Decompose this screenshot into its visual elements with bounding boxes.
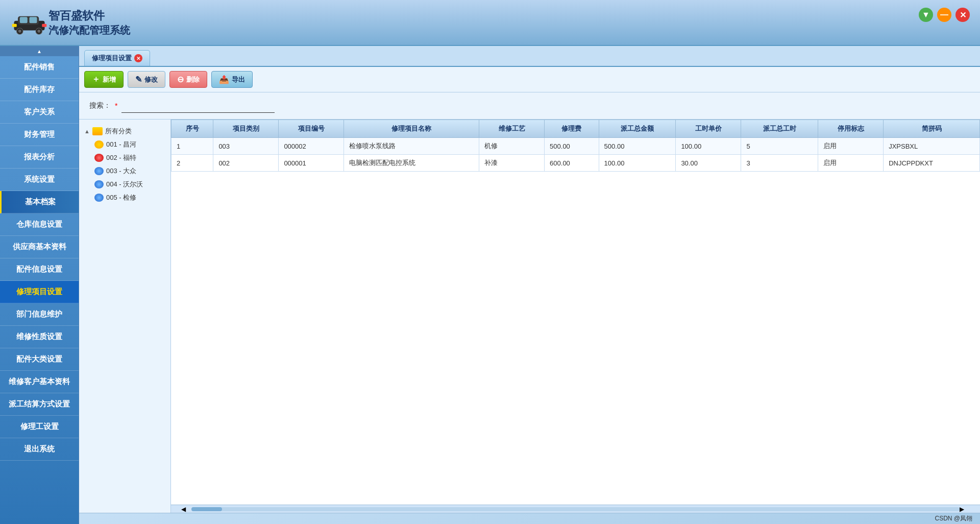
scroll-left-btn[interactable]: ◀ xyxy=(181,506,191,513)
cell-dispatch_total-1: 100.00 xyxy=(599,155,676,172)
add-icon: ＋ xyxy=(92,74,100,85)
tree-children: 001 - 昌河 002 - 福特 003 - 大众 004 - 沃尔沃 xyxy=(94,138,165,204)
main-layout: ▲ 配件销售 配件库存 客户关系 财务管理 报表分析 系统设置 基本档案 仓库信… xyxy=(0,46,980,524)
cell-dispatch_hours-0: 5 xyxy=(741,138,818,155)
col-category: 项目类别 xyxy=(213,120,279,138)
app-title: 智百盛软件 汽修汽配管理系统 xyxy=(48,8,130,37)
sidebar-item-basic[interactable]: 基本档案 xyxy=(0,191,79,213)
sidebar-item-supplier[interactable]: 供应商基本资料 xyxy=(0,236,79,258)
cell-dispatch_total-0: 500.00 xyxy=(599,138,676,155)
svg-rect-8 xyxy=(12,23,17,27)
sidebar-item-dispatch-pay[interactable]: 派工结算方式设置 xyxy=(0,393,79,416)
scroll-right-btn[interactable]: ▶ xyxy=(960,506,970,513)
col-status: 停用标志 xyxy=(818,120,884,138)
tree-item-icon-003 xyxy=(94,167,104,175)
cell-code-0: 000002 xyxy=(279,138,344,155)
col-seq: 序号 xyxy=(172,120,213,138)
tree-root[interactable]: ▲ 所有分类 xyxy=(84,125,165,138)
sidebar-item-parts-sale[interactable]: 配件销售 xyxy=(0,56,79,79)
cell-seq-0: 1 xyxy=(172,138,213,155)
sidebar-item-warehouse[interactable]: 仓库信息设置 xyxy=(0,213,79,236)
search-required: * xyxy=(115,102,117,110)
delete-button[interactable]: ⊖ 删除 xyxy=(169,71,207,88)
close-button[interactable]: ✕ xyxy=(955,8,970,22)
scrollbar-thumb[interactable] xyxy=(191,507,222,511)
cell-category-0: 003 xyxy=(213,138,279,155)
data-table: 序号 项目类别 项目编号 修理项目名称 维修工艺 修理费 派工总金额 工时单价 … xyxy=(171,120,980,172)
cell-labor_unit-0: 100.00 xyxy=(676,138,741,155)
sidebar-item-exit[interactable]: 退出系统 xyxy=(0,438,79,461)
edit-icon: ✎ xyxy=(135,75,142,84)
tree-expand-icon: ▲ xyxy=(84,128,90,134)
sidebar-item-customer[interactable]: 客户关系 xyxy=(0,101,79,124)
tree-panel: ▲ 所有分类 001 - 昌河 002 - 福特 003 - xyxy=(79,120,171,513)
tree-item-icon-004 xyxy=(94,180,104,188)
tab-close-icon[interactable]: ✕ xyxy=(134,54,142,62)
sidebar-item-mechanic[interactable]: 修理工设置 xyxy=(0,416,79,438)
sidebar-item-quality[interactable]: 维修性质设置 xyxy=(0,326,79,348)
cell-name-1: 电脑检测匹配电控系统 xyxy=(344,155,479,172)
tree-item-005[interactable]: 005 - 检修 xyxy=(94,191,165,204)
col-craft: 维修工艺 xyxy=(479,120,545,138)
search-label: 搜索： xyxy=(89,101,111,110)
watermark-text: CSDN @凤翎 xyxy=(935,514,972,523)
col-labor-unit: 工时单价 xyxy=(676,120,741,138)
table-wrapper: 序号 项目类别 项目编号 修理项目名称 维修工艺 修理费 派工总金额 工时单价 … xyxy=(171,120,980,505)
table-row[interactable]: 2002000001电脑检测匹配电控系统补漆600.00100.0030.003… xyxy=(172,155,980,172)
table-body: 1003000002检修喷水泵线路机修500.00500.00100.005启用… xyxy=(172,138,980,172)
table-row[interactable]: 1003000002检修喷水泵线路机修500.00500.00100.005启用… xyxy=(172,138,980,155)
tree-item-icon-002 xyxy=(94,154,104,162)
add-button[interactable]: ＋ 新增 xyxy=(84,71,124,88)
cell-status-1: 启用 xyxy=(818,155,884,172)
sidebar-item-report[interactable]: 报表分析 xyxy=(0,146,79,169)
edit-button[interactable]: ✎ 修改 xyxy=(128,71,165,88)
sidebar-item-parts-info[interactable]: 配件信息设置 xyxy=(0,258,79,281)
sidebar-item-parts-stock[interactable]: 配件库存 xyxy=(0,79,79,101)
sidebar-item-finance[interactable]: 财务管理 xyxy=(0,124,79,146)
tab-repair-project[interactable]: 修理项目设置 ✕ xyxy=(84,50,150,66)
sidebar-item-repair-customer[interactable]: 维修客户基本资料 xyxy=(0,371,79,393)
cell-category-1: 002 xyxy=(213,155,279,172)
tree-item-004[interactable]: 004 - 沃尔沃 xyxy=(94,178,165,191)
cell-status-0: 启用 xyxy=(818,138,884,155)
col-dispatch-hours: 派工总工时 xyxy=(741,120,818,138)
col-pinyin: 简拼码 xyxy=(884,120,980,138)
tree-item-001[interactable]: 001 - 昌河 xyxy=(94,138,165,151)
scrollbar-track xyxy=(191,507,960,511)
sidebar-item-repair-project[interactable]: 修理项目设置 xyxy=(0,281,79,303)
sidebar-item-dept[interactable]: 部门信息维护 xyxy=(0,303,79,326)
tree-item-icon-001 xyxy=(94,140,104,149)
export-icon: 📤 xyxy=(219,75,229,84)
app-title-line2: 汽修汽配管理系统 xyxy=(48,23,130,37)
sidebar-item-parts-category[interactable]: 配件大类设置 xyxy=(0,348,79,371)
svg-rect-9 xyxy=(42,23,46,27)
app-logo xyxy=(10,9,48,37)
sidebar-scroll-up[interactable]: ▲ xyxy=(0,46,79,56)
cell-code-1: 000001 xyxy=(279,155,344,172)
tree-item-002[interactable]: 002 - 福特 xyxy=(94,151,165,164)
horizontal-scrollbar[interactable]: ◀ ▶ xyxy=(171,505,980,513)
title-bar: 智百盛软件 汽修汽配管理系统 ▼ — ✕ xyxy=(0,0,980,46)
export-label: 导出 xyxy=(232,75,245,84)
delete-label: 删除 xyxy=(186,75,200,84)
toolbar: ＋ 新增 ✎ 修改 ⊖ 删除 📤 导出 xyxy=(79,67,980,92)
maximize-button[interactable]: — xyxy=(937,8,951,22)
tab-bar: 修理项目设置 ✕ xyxy=(79,46,980,67)
tree-item-icon-005 xyxy=(94,194,104,202)
sidebar-item-system[interactable]: 系统设置 xyxy=(0,169,79,191)
delete-icon: ⊖ xyxy=(177,75,184,84)
window-controls: ▼ — ✕ xyxy=(919,8,970,22)
tree-item-label-005: 005 - 检修 xyxy=(106,193,136,202)
cell-repair_fee-0: 500.00 xyxy=(545,138,599,155)
tree-item-label-002: 002 - 福特 xyxy=(106,153,136,162)
search-input[interactable] xyxy=(121,99,275,113)
tree-item-003[interactable]: 003 - 大众 xyxy=(94,164,165,178)
export-button[interactable]: 📤 导出 xyxy=(211,71,253,88)
col-name: 修理项目名称 xyxy=(344,120,479,138)
svg-point-7 xyxy=(37,30,40,33)
cell-repair_fee-1: 600.00 xyxy=(545,155,599,172)
minimize-button[interactable]: ▼ xyxy=(919,8,933,22)
col-repair-fee: 修理费 xyxy=(545,120,599,138)
tree-item-label-001: 001 - 昌河 xyxy=(106,140,136,149)
tree-item-label-003: 003 - 大众 xyxy=(106,166,136,176)
